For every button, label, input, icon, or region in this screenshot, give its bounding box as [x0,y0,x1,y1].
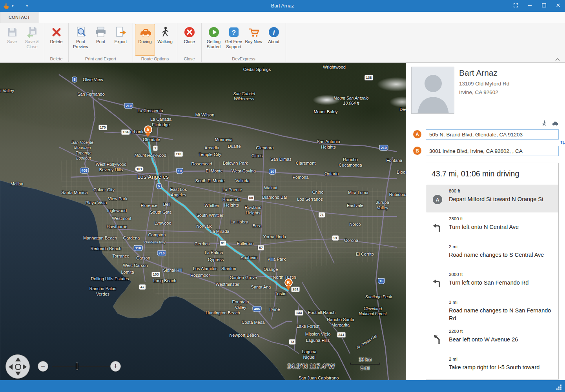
map-label: Malibu [11,181,23,187]
pan-right-arrow[interactable] [23,364,27,370]
map-label: San Antonio Heights [317,139,340,150]
map-label: Huntington Beach [206,310,240,316]
map-label: Mission Viejo [305,332,331,337]
highway-shield: 47 [139,284,146,290]
zoom-in-button[interactable]: + [110,361,121,372]
direction-step[interactable]: 2300 ftTurn left onto N Central Ave [426,212,558,240]
contact-address-line2: Irvine, CA 92602 [459,89,498,95]
blank-icon [426,298,449,324]
map-label: Irvine [270,307,280,312]
ribbon-button-buy-now[interactable]: Buy Now [244,24,264,56]
pan-down-arrow[interactable] [15,372,21,376]
map-label: Duarte [228,144,241,149]
map-label: Los Alamitos [193,266,217,272]
map-label: Westminster [216,282,240,287]
map-label: Fullerton [237,241,254,247]
window-title: Bart Arnaz [271,3,294,9]
step-instruction: Road name changes to N San Fernando Rd [449,307,554,323]
map-label: El Cerrito [356,252,374,257]
point-b-input[interactable] [426,146,559,156]
highway-shield: 5 [156,183,161,189]
map-label: Costa Mesa [242,320,265,325]
point-a-input[interactable] [426,129,559,140]
map-label: Claremont [296,161,316,166]
map-label: Newport Beach [229,333,259,338]
pan-up-arrow[interactable] [15,358,21,361]
route-summary: 43.7 mi, 01:06 min driving [426,163,558,185]
direction-step[interactable]: 2 miRoad name changes to S Central Ave [426,240,558,268]
direction-step[interactable]: 2200 ftBear left onto W Avenue 26 [426,325,558,353]
map-label: Foothill Ranch [308,310,335,316]
ribbon-button-get-free-support[interactable]: ?Get Free Support [224,24,244,56]
map-pan-control[interactable] [5,354,30,379]
ribbon: SaveSave & CloseDeleteDeletePrint Previe… [0,23,565,63]
maximize-button[interactable] [537,0,551,12]
map-label: Hacienda Heights [222,197,241,208]
app-hand-icon[interactable] [3,3,9,9]
highway-shield: 170 [98,125,107,131]
route-marker-a[interactable]: A [143,125,153,138]
ribbon-button-label: Save & Close [25,39,39,50]
map-label: Santiago Peak [365,294,392,299]
ribbon-button-label: Print Preview [73,39,88,50]
scale-mi-label: 5 mi [350,365,380,371]
pan-left-arrow[interactable] [9,364,13,370]
ribbon-button-walking[interactable]: Walking [155,24,175,56]
map-label: Rubidoux [389,192,406,198]
map-label: Manhattan Beach [83,236,117,241]
ribbon-group-caption: DevExpress [202,56,285,62]
ribbon-button-getting-started[interactable]: Getting Started [204,24,224,56]
close-window-button[interactable] [551,0,565,12]
ribbon-button-about[interactable]: iAbout [264,24,284,56]
step-instruction: Road name changes to S Central Ave [449,251,554,259]
map-label: Hawthorne [106,224,127,230]
close-red-icon [183,26,196,38]
swap-endpoints-icon[interactable] [560,140,565,146]
ribbon-button-driving[interactable]: Driving [135,24,155,56]
zoom-out-button[interactable]: − [38,361,48,372]
zoom-slider-handle[interactable] [76,363,78,370]
resize-grip-icon[interactable] [556,384,563,390]
driving-mode-icon[interactable] [552,120,559,129]
zoom-slider-track[interactable] [52,366,111,367]
tab-contact[interactable]: CONTACT [0,12,38,23]
pan-center-ring[interactable] [15,364,21,370]
fullscreen-button[interactable] [508,0,523,12]
map-label: Los Angeles [137,174,169,181]
map-label: Stanton [221,266,236,272]
map-label: Rowland Heights [245,205,262,216]
minimize-button[interactable] [523,0,537,12]
ribbon-button-delete[interactable]: Delete [46,24,66,56]
walking-mode-icon[interactable] [541,120,548,129]
step-distance: 2 mi [449,357,554,361]
qat-dropdown-caret-icon[interactable]: ▾ [12,4,14,8]
route-panel: Bart Arnaz 13109 Old Myford Rd Irvine, C… [406,63,565,380]
ribbon-group-caption: Delete [45,56,67,62]
map-label: Compton [148,232,166,238]
direction-step[interactable]: 3 miRoad name changes to N San Fernando … [426,296,558,325]
ribbon-collapse-chevron-icon[interactable] [555,56,560,61]
map-view[interactable]: mi ValleyOlive ViewSan FernandoCedar Spr… [0,63,406,380]
directions-panel: 43.7 mi, 01:06 min driving A800 ftDepart… [426,163,559,379]
map-label: Eastvale [347,203,363,209]
direction-step[interactable]: A800 ftDepart Milford St toward N Orange… [426,185,558,212]
step-instruction: Turn left onto N Central Ave [449,223,554,231]
map-label: Rancho Santa Margarita [327,317,354,328]
ribbon-button-export[interactable]: Export [111,24,131,56]
direction-step[interactable]: 2 miTake ramp right for I-5 South toward [426,353,558,379]
ribbon-button-close[interactable]: Close [179,24,199,56]
contact-name: Bart Arnaz [459,68,498,78]
ribbon-button-print-preview[interactable]: Print Preview [71,24,91,56]
highway-shield: 210 [379,145,388,151]
map-label: Cypress [208,257,224,263]
map-label: Torrance [113,254,129,259]
map-label: Los Serranos [297,197,323,202]
point-b-badge: B [413,147,421,155]
route-marker-b[interactable]: B [284,278,293,291]
quick-access-caret-icon[interactable]: ▾ [26,4,28,8]
map-label: La Canada Flintridge [150,117,171,128]
direction-step[interactable]: 3000 ftTurn left onto San Fernando Rd [426,268,558,296]
map-label: Corona [344,238,358,243]
map-label: Chino [312,190,324,195]
ribbon-button-print[interactable]: Print [91,24,111,56]
